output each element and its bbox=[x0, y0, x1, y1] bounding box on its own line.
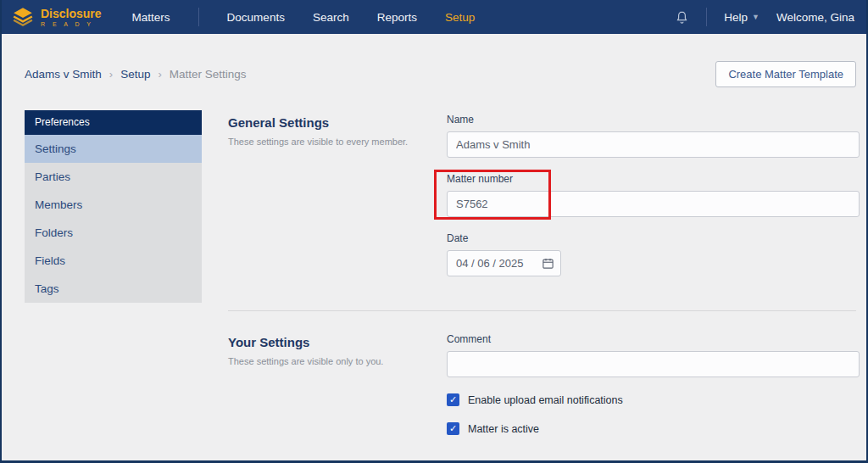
sidebar-item-folders[interactable]: Folders bbox=[25, 219, 202, 247]
matter-is-active-label: Matter is active bbox=[468, 423, 539, 435]
sidebar-item-settings[interactable]: Settings bbox=[25, 135, 202, 163]
nav-item-documents[interactable]: Documents bbox=[227, 11, 285, 24]
matter-settings-page: Disclosure R E A D Y Matters Documents S… bbox=[0, 0, 868, 463]
brand-logo[interactable]: Disclosure R E A D Y bbox=[12, 6, 102, 28]
your-settings-title: Your Settings bbox=[228, 335, 309, 349]
breadcrumb-matter-link[interactable]: Adams v Smith bbox=[25, 68, 102, 81]
matter-is-active-checkbox[interactable]: ✓ bbox=[447, 422, 459, 435]
top-navigation-bar: Disclosure R E A D Y Matters Documents S… bbox=[0, 0, 868, 34]
preferences-sidebar: Preferences Settings Parties Members Fol… bbox=[25, 110, 202, 303]
matter-number-input[interactable] bbox=[447, 191, 860, 217]
sidebar-item-members[interactable]: Members bbox=[25, 191, 202, 219]
nav-item-search[interactable]: Search bbox=[313, 11, 349, 24]
nav-item-setup[interactable]: Setup bbox=[445, 11, 475, 24]
section-divider bbox=[228, 310, 856, 311]
sidebar-item-parties[interactable]: Parties bbox=[25, 163, 202, 191]
welcome-user-menu[interactable]: Welcome, Gina bbox=[776, 11, 854, 24]
nav-right-section: Help ▼ Welcome, Gina bbox=[675, 8, 854, 26]
your-settings-subtitle: These settings are visible only to you. bbox=[228, 356, 383, 366]
matter-number-label: Matter number bbox=[447, 173, 860, 185]
nav-divider bbox=[198, 8, 199, 26]
matter-is-active-row[interactable]: ✓ Matter is active bbox=[447, 422, 860, 435]
help-menu[interactable]: Help ▼ bbox=[724, 11, 760, 24]
general-settings-form: Name Matter number Date bbox=[447, 114, 860, 276]
help-label: Help bbox=[724, 11, 748, 24]
brand-name: Disclosure bbox=[41, 8, 102, 20]
create-matter-template-button[interactable]: Create Matter Template bbox=[715, 61, 856, 87]
comment-label: Comment bbox=[447, 333, 860, 345]
general-settings-title: General Settings bbox=[228, 115, 329, 130]
calendar-icon[interactable] bbox=[542, 257, 554, 270]
sidebar-item-tags[interactable]: Tags bbox=[25, 275, 202, 303]
nav-item-reports[interactable]: Reports bbox=[377, 11, 417, 24]
breadcrumb: Adams v Smith › Setup › Matter Settings bbox=[25, 68, 247, 81]
breadcrumb-separator: › bbox=[158, 68, 161, 81]
nav-item-matters[interactable]: Matters bbox=[132, 11, 170, 24]
brand-subtitle: R E A D Y bbox=[41, 21, 102, 27]
layers-diamond-icon bbox=[12, 6, 34, 28]
breadcrumb-current-page: Matter Settings bbox=[170, 68, 247, 81]
nav-divider bbox=[706, 8, 707, 26]
enable-upload-notifications-label: Enable upload email notifications bbox=[468, 394, 623, 406]
date-field bbox=[447, 250, 561, 276]
name-input[interactable] bbox=[447, 131, 860, 158]
enable-upload-notifications-row[interactable]: ✓ Enable upload email notifications bbox=[447, 393, 860, 406]
brand-text: Disclosure R E A D Y bbox=[41, 8, 102, 27]
enable-upload-notifications-checkbox[interactable]: ✓ bbox=[447, 393, 459, 406]
breadcrumb-setup-link[interactable]: Setup bbox=[120, 68, 150, 81]
date-label: Date bbox=[447, 232, 860, 244]
breadcrumb-row: Adams v Smith › Setup › Matter Settings … bbox=[25, 61, 856, 87]
general-settings-subtitle: These settings are visible to every memb… bbox=[228, 137, 408, 147]
sidebar-header: Preferences bbox=[25, 110, 202, 135]
breadcrumb-separator: › bbox=[109, 68, 113, 81]
chevron-down-icon: ▼ bbox=[752, 13, 760, 21]
sidebar-item-fields[interactable]: Fields bbox=[25, 247, 202, 275]
comment-input[interactable] bbox=[447, 351, 860, 377]
nav-items: Matters Documents Search Reports Setup bbox=[132, 8, 476, 26]
notification-bell-icon[interactable] bbox=[675, 10, 689, 25]
name-label: Name bbox=[447, 114, 860, 126]
your-settings-form: Comment ✓ Enable upload email notificati… bbox=[447, 333, 860, 435]
